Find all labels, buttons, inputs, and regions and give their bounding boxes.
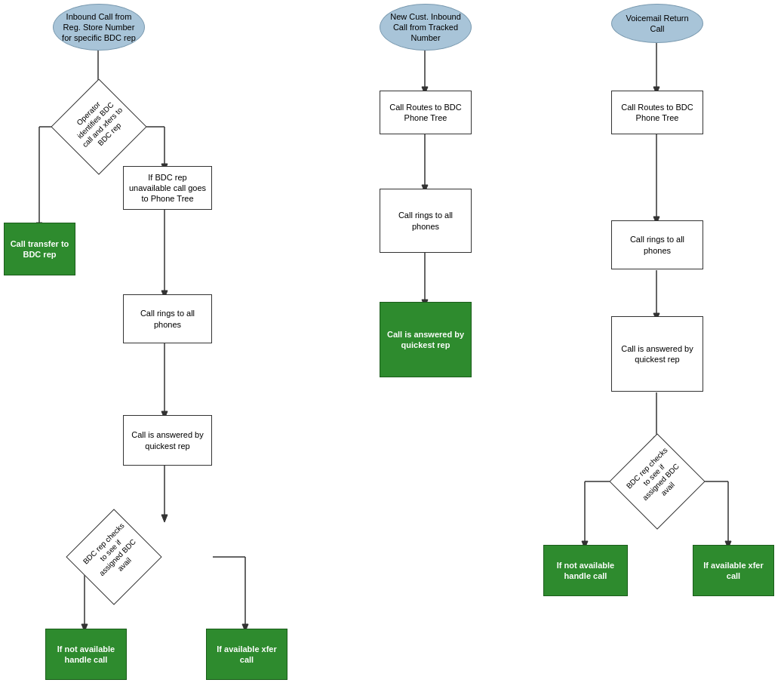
c1-green2: If not available handle call <box>45 629 127 680</box>
c3-green2: If available xfer call <box>693 545 774 596</box>
c2-green1: Call is answered by quickest rep <box>380 302 472 377</box>
c1-start-oval: Inbound Call from Reg. Store Number for … <box>53 4 145 51</box>
c2-rect1: Call Routes to BDC Phone Tree <box>380 91 472 134</box>
svg-marker-13 <box>161 515 168 522</box>
c2-rect2: Call rings to all phones <box>380 189 472 253</box>
c1-green1: Call transfer to BDC rep <box>4 223 75 275</box>
c3-start-oval: Voicemail Return Call <box>611 4 703 43</box>
c1-rect1: If BDC rep unavailable call goes to Phon… <box>123 166 212 210</box>
c3-rect3: Call is answered by quickest rep <box>611 316 703 392</box>
c3-rect1: Call Routes to BDC Phone Tree <box>611 91 703 134</box>
c3-rect2: Call rings to all phones <box>611 220 703 269</box>
c1-diamond2: BDC rep checks to see if assigned BDC av… <box>68 519 160 595</box>
c3-diamond1: BDC rep checks to see if assigned BDC av… <box>610 444 705 519</box>
c1-green3: If available xfer call <box>206 629 287 680</box>
c1-rect2: Call rings to all phones <box>123 294 212 343</box>
c2-start-oval: New Cust. Inbound Call from Tracked Numb… <box>380 4 472 51</box>
c1-rect3: Call is answered by quickest rep <box>123 415 212 466</box>
c1-diamond1: Operator identifies BDC call and xfers t… <box>53 89 145 165</box>
c3-green1: If not available handle call <box>543 545 628 596</box>
diagram-container: Inbound Call from Reg. Store Number for … <box>0 0 784 689</box>
